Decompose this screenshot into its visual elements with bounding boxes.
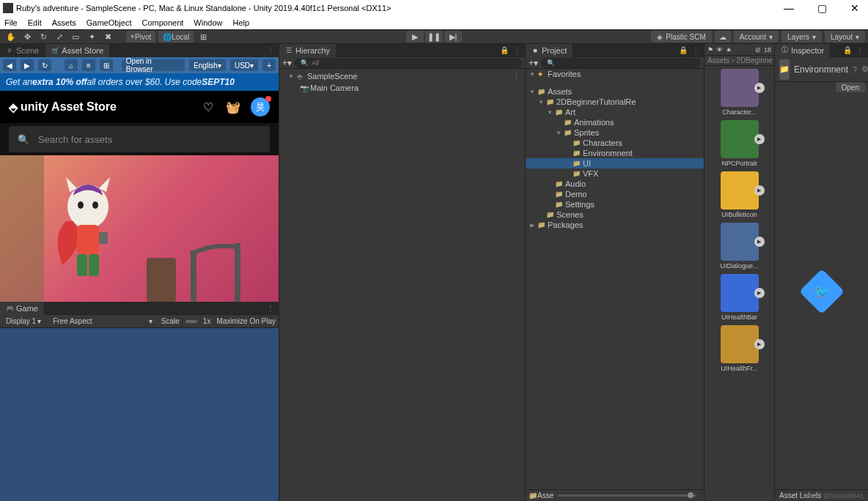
thumbnail-size-slider[interactable] [558,494,696,497]
scale-slider[interactable] [185,320,197,323]
inspector-tab[interactable]: ⓘInspector [775,44,831,57]
folder-row[interactable]: Settings [526,199,704,209]
maximize-on-play[interactable]: Maximize On Play [216,317,276,325]
scene-tab[interactable]: #Scene [0,44,45,57]
breadcrumb[interactable]: Assets › 2DBeginne [705,56,774,66]
menu-file[interactable]: File [4,18,18,27]
assets-row[interactable]: ▼Assets [526,86,704,97]
wishlist-icon[interactable]: ♡ [201,100,216,114]
rect-tool-icon[interactable]: ▭ [68,31,83,42]
currency-dropdown[interactable]: USD ▾ [230,59,258,71]
expand-arrow-icon[interactable]: ▼ [288,73,295,80]
minimize-button[interactable]: — [784,2,794,14]
hierarchy-tab[interactable]: ☰Hierarchy [279,44,336,57]
tab-menu-icon[interactable]: ⋮ [267,46,274,54]
aspect-dropdown[interactable]: Free Aspect▾ [50,317,155,325]
project-menu-icon[interactable]: ⋮ [692,46,699,54]
scale-tool-icon[interactable]: ⤢ [52,31,67,42]
transform-tool-icon[interactable]: ✦ [84,31,99,42]
open-button[interactable]: Open [836,82,865,92]
folder-row[interactable]: Environmnent [526,148,704,158]
custom-tool-icon[interactable]: ✖ [100,31,115,42]
move-tool-icon[interactable]: ✥ [20,31,34,42]
account-dropdown[interactable]: Account ▾ [734,31,779,42]
basket-icon[interactable]: 🧺 [226,100,240,114]
pause-button[interactable]: ❚❚ [425,31,443,42]
hierarchy-lock-icon[interactable]: 🔒 [500,46,509,54]
folder-row[interactable]: ▼2DBeginnerTutorialRe [526,97,704,107]
menu-component[interactable]: Component [141,18,183,27]
open-in-browser-button[interactable]: Open in Browser [122,59,185,71]
asset-thumbnail[interactable]: ▶NPCPortrait [707,120,771,167]
menu-window[interactable]: Window [194,18,222,27]
folder-row[interactable]: Characters [526,138,704,148]
menu-gameobject[interactable]: GameObject [87,18,132,27]
back-button[interactable]: ◀ [3,59,16,71]
asset-store-tab[interactable]: 🛒Asset Store [45,44,110,57]
folder-row[interactable]: ▼Sprites [526,127,704,138]
scene-menu-icon[interactable]: ⋮ [512,72,521,81]
hierarchy-menu-icon[interactable]: ⋮ [513,46,521,54]
layout-dropdown[interactable]: Layout ▾ [825,31,865,42]
inspector-lock-icon[interactable]: 🔒 [843,46,852,54]
folder-row[interactable]: Demo [526,189,704,199]
asset-thumbnail[interactable]: ▶UIDialogue... [707,223,771,270]
cloud-button[interactable]: ☁ [715,31,731,42]
menu-assets[interactable]: Assets [52,18,76,27]
user-avatar[interactable]: 昊 [251,97,270,116]
items-button[interactable]: ⊞ [100,59,113,71]
step-button[interactable]: ▶| [444,31,462,42]
folder-row[interactable]: VFX [526,168,704,179]
packages-row[interactable]: ▶Packages [526,220,704,230]
folder-row[interactable]: Animations [526,117,704,127]
folder-row[interactable]: ▼Art [526,107,704,117]
asset-thumbnail[interactable]: ▶UIHealthFr... [707,325,771,372]
local-toggle[interactable]: 🌐 Local [158,31,194,42]
home-button[interactable]: ⌂ [65,59,78,71]
reload-button[interactable]: ↻ [38,59,51,71]
hierarchy-search-input[interactable]: 🔍All [295,58,522,68]
asset-thumbnail[interactable]: ▶UIHealthBar [707,274,771,321]
project-tab[interactable]: ■Project [526,44,573,57]
eye-icon[interactable]: 👁 [716,46,723,53]
layers-dropdown[interactable]: Layers ▾ [781,31,822,42]
hidden-icon[interactable]: ⊘ [755,46,761,53]
inspector-menu-icon[interactable]: ⋮ [856,46,864,54]
plastic-scm-button[interactable]: ◈ Plastic SCM [651,31,711,42]
list-button[interactable]: ≡ [82,59,95,71]
project-search-input[interactable]: 🔍 [541,58,701,68]
inspector-settings-icon[interactable]: ⚙ [861,64,868,74]
store-header: ⬘ unity Asset Store ♡ 🧺 昊 [0,91,279,123]
hand-tool-icon[interactable]: ✋ [4,31,18,42]
hierarchy-add-button[interactable]: +▾ [282,58,292,68]
game-tab-menu-icon[interactable]: ⋮ [267,304,274,312]
menu-edit[interactable]: Edit [28,18,42,27]
project-lock-icon[interactable]: 🔒 [679,46,688,54]
language-dropdown[interactable]: English ▾ [189,59,226,71]
play-button[interactable]: ▶ [406,31,424,42]
hierarchy-item[interactable]: 📷 Main Camera [279,82,525,94]
asset-thumbnail[interactable]: ▶UIBulletIcon [707,171,771,218]
folder-row[interactable]: Scenes [526,209,704,220]
folder-row-selected[interactable]: UI [526,158,704,168]
close-button[interactable]: ✕ [850,2,859,14]
store-search-input[interactable]: 🔍 Search for assets [9,126,270,152]
rotate-tool-icon[interactable]: ↻ [36,31,51,42]
project-add-button[interactable]: +▾ [529,58,538,68]
inspector-help-icon[interactable]: ? [853,65,857,74]
filter-icon[interactable]: ⚑ [707,46,713,53]
forward-button[interactable]: ▶ [21,59,34,71]
game-viewport[interactable] [0,328,279,501]
scene-row[interactable]: ▼ ⬘ SampleScene ⋮ [279,70,525,82]
display-dropdown[interactable]: Display 1 ▾ [3,317,44,325]
add-button[interactable]: + [262,59,276,71]
folder-row[interactable]: Audio [526,179,704,189]
pivot-toggle[interactable]: ⌖ Pivot [126,31,155,42]
snap-icon[interactable]: ⊞ [196,31,210,42]
game-tab[interactable]: 🎮Game [0,302,45,315]
star-icon[interactable]: ★ [726,46,732,53]
menu-help[interactable]: Help [232,18,249,27]
favorites-row[interactable]: ▼★Favorites [526,69,704,79]
maximize-button[interactable]: ▢ [817,2,827,14]
asset-thumbnail[interactable]: ▶Character... [707,69,771,116]
